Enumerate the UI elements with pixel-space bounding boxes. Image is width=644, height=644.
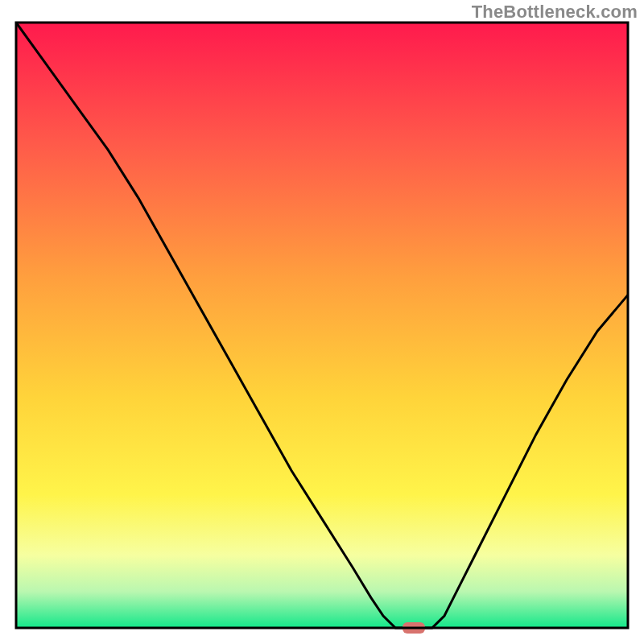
bottleneck-chart [0,0,644,644]
plot-area [16,23,628,634]
watermark-text: TheBottleneck.com [472,2,638,23]
plot-background [16,23,628,628]
chart-container: TheBottleneck.com [0,0,644,644]
